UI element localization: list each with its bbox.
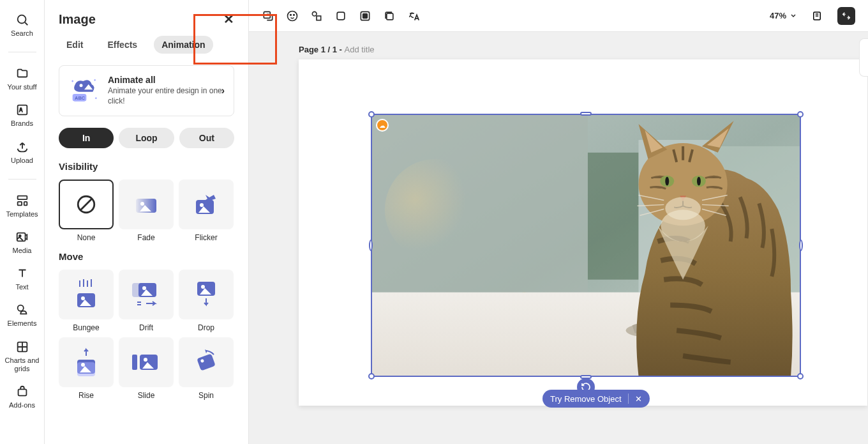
svg-point-34	[288, 11, 297, 20]
zoom-control[interactable]: 47%	[770, 11, 797, 20]
anim-label: Spin	[198, 391, 214, 400]
rail-label: Upload	[11, 157, 33, 165]
selection-frame[interactable]: ☁	[371, 114, 801, 377]
artboard[interactable]: ☁	[299, 59, 867, 406]
chevron-right-icon: ›	[221, 85, 225, 96]
rail-stuff[interactable]: Your stuff	[3, 66, 42, 91]
anim-drop[interactable]	[179, 270, 234, 319]
rail-label: Charts and grids	[3, 356, 42, 373]
bungee-icon	[72, 278, 100, 311]
resize-handle-tm[interactable]	[580, 112, 592, 116]
brand-icon	[15, 103, 29, 117]
expand-icon[interactable]	[837, 7, 855, 25]
resize-handle-br[interactable]	[797, 373, 804, 379]
left-rail: Search Your stuff Brands Upload Template…	[0, 0, 45, 444]
rail-media[interactable]: Media	[3, 230, 42, 255]
page-view-icon[interactable]	[808, 7, 826, 25]
rail-label: Media	[13, 247, 32, 255]
anim-fade[interactable]	[119, 180, 174, 229]
properties-panel: Image ✕ Edit Effects Animation ABC Anima…	[45, 0, 249, 444]
rail-charts[interactable]: Charts and grids	[3, 340, 42, 373]
try-remove-object[interactable]: Try Remove Object ✕	[542, 390, 650, 408]
svg-rect-33	[264, 11, 270, 18]
zoom-value: 47%	[770, 11, 786, 20]
dir-tab-in[interactable]: In	[59, 128, 114, 148]
tab-edit[interactable]: Edit	[59, 36, 91, 54]
resize-handle-tl[interactable]	[368, 111, 375, 118]
square-outline-icon[interactable]	[334, 10, 347, 22]
dir-tab-out[interactable]: Out	[179, 128, 234, 148]
anim-none[interactable]	[59, 180, 114, 229]
upload-icon	[15, 140, 29, 154]
svg-text:ABC: ABC	[75, 95, 86, 101]
replace-icon[interactable]	[262, 10, 274, 22]
svg-point-0	[17, 15, 26, 24]
panel-tabs: Edit Effects Animation	[59, 36, 234, 54]
rail-addons[interactable]: Add-ons	[3, 385, 42, 410]
rail-label: Text	[15, 283, 28, 291]
rise-icon	[73, 347, 99, 378]
anim-flicker[interactable]	[179, 180, 234, 229]
svg-point-22	[142, 286, 146, 290]
page-title-placeholder: Add title	[345, 45, 375, 54]
tab-effects[interactable]: Effects	[100, 36, 145, 54]
svg-rect-42	[387, 13, 393, 19]
elements-icon	[15, 303, 29, 317]
svg-point-19	[81, 296, 85, 300]
tab-animation[interactable]: Animation	[154, 36, 213, 54]
svg-point-35	[290, 14, 292, 15]
rail-elements[interactable]: Elements	[3, 303, 42, 328]
dir-tab-loop[interactable]: Loop	[119, 128, 174, 148]
animate-all-card[interactable]: ABC Animate all Animate your entire desi…	[59, 65, 234, 116]
direction-tabs: In Loop Out	[59, 128, 234, 148]
fade-icon	[133, 194, 159, 215]
section-visibility: Visibility	[59, 161, 234, 172]
rail-upload[interactable]: Upload	[3, 140, 42, 165]
resize-handle-mr[interactable]	[799, 240, 803, 251]
layers-icon[interactable]	[383, 10, 396, 22]
svg-rect-3	[17, 202, 21, 206]
translate-icon[interactable]	[407, 10, 420, 22]
close-icon[interactable]: ✕	[635, 394, 642, 404]
rail-brands[interactable]: Brands	[3, 103, 42, 128]
face-icon[interactable]	[286, 10, 299, 22]
cloud-sync-icon[interactable]: ☁	[376, 119, 389, 132]
canvas-toolbar: 47%	[249, 0, 868, 32]
rail-text[interactable]: Text	[3, 266, 42, 291]
anim-spin[interactable]	[179, 337, 234, 387]
anim-label: None	[77, 233, 96, 242]
anim-bungee[interactable]	[59, 270, 114, 319]
panel-toggle[interactable]	[859, 38, 868, 77]
slide-icon	[131, 349, 161, 375]
anim-rise[interactable]	[59, 337, 114, 387]
section-move: Move	[59, 251, 234, 262]
shapes-icon[interactable]	[310, 10, 323, 22]
action-label: Try Remove Object	[550, 394, 622, 404]
resize-handle-tr[interactable]	[797, 111, 804, 118]
rail-label: Templates	[6, 210, 38, 218]
svg-rect-4	[24, 202, 27, 206]
page-info[interactable]: Page 1 / 1 - Add title	[299, 45, 375, 54]
svg-point-57	[697, 177, 701, 186]
svg-rect-31	[197, 353, 215, 371]
anim-drift[interactable]	[119, 270, 174, 319]
svg-point-36	[294, 14, 295, 15]
svg-point-27	[81, 363, 85, 367]
resize-handle-bl[interactable]	[368, 373, 375, 379]
drift-icon	[131, 279, 161, 310]
anim-slide[interactable]	[119, 337, 174, 387]
page-title: Image	[59, 12, 96, 27]
svg-point-55	[665, 177, 669, 186]
square-filled-icon[interactable]	[359, 10, 371, 22]
rail-templates[interactable]: Templates	[3, 194, 42, 218]
svg-rect-9	[18, 389, 26, 395]
svg-rect-5	[17, 233, 25, 241]
svg-rect-41	[363, 13, 368, 18]
resize-handle-ml[interactable]	[369, 240, 373, 251]
anim-label: Drift	[139, 323, 153, 332]
rail-label: Your stuff	[8, 83, 37, 91]
close-icon[interactable]: ✕	[223, 11, 234, 27]
templates-icon	[15, 194, 29, 208]
animate-all-title: Animate all	[108, 75, 225, 85]
rail-search[interactable]: Search	[3, 13, 42, 38]
